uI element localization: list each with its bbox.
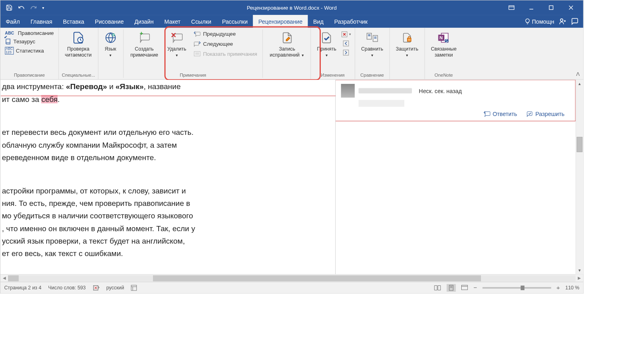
share-icon[interactable] bbox=[559, 18, 567, 25]
tell-me-button[interactable]: Помощн bbox=[524, 18, 554, 24]
doc-line: усский язык проверки, а текст будет на а… bbox=[2, 236, 335, 247]
doc-line: ет его весь, как текст с ошибками. bbox=[2, 248, 335, 259]
next-change-icon[interactable] bbox=[341, 49, 352, 56]
track-changes-label: Запись исправлений ▼ bbox=[270, 46, 304, 58]
show-comments-button[interactable]: Показать примечания bbox=[192, 50, 259, 57]
svg-rect-17 bbox=[194, 42, 199, 46]
customize-qa-icon[interactable]: ▾ bbox=[41, 4, 46, 12]
svg-rect-0 bbox=[509, 6, 514, 10]
group-tracking: Запись исправлений ▼ bbox=[264, 28, 311, 79]
doc-line: два инструмента: «Перевод» и «Язык», наз… bbox=[2, 81, 335, 92]
minimize-icon[interactable] bbox=[524, 2, 539, 14]
language-icon bbox=[105, 31, 116, 45]
h-track[interactable] bbox=[8, 275, 153, 281]
reply-button[interactable]: Ответить bbox=[483, 111, 517, 117]
tab-review[interactable]: Рецензирование bbox=[253, 15, 308, 28]
highlighted-word: себя bbox=[41, 95, 58, 104]
group-accessibility: Проверка читаемости Специальные... bbox=[59, 28, 98, 79]
onenote-button[interactable]: N Связанные заметки bbox=[428, 29, 460, 59]
doc-line: ереведенном виде в отдельном документе. bbox=[2, 152, 335, 163]
delete-comment-label: Удалить▼ bbox=[167, 46, 186, 58]
delete-comment-icon bbox=[170, 31, 183, 45]
proofing-status-icon[interactable] bbox=[93, 285, 100, 291]
scroll-down-icon[interactable]: ▼ bbox=[576, 266, 583, 274]
zoom-in-icon[interactable]: + bbox=[556, 284, 560, 291]
tab-design[interactable]: Дизайн bbox=[129, 15, 159, 28]
resolve-button[interactable]: Разрешить bbox=[526, 111, 565, 117]
zoom-out-icon[interactable]: − bbox=[473, 284, 477, 291]
svg-text:+: + bbox=[140, 32, 143, 37]
thesaurus-button[interactable]: Тезаурус bbox=[4, 38, 55, 45]
h-thumb[interactable] bbox=[8, 275, 19, 281]
read-mode-icon[interactable] bbox=[434, 285, 442, 291]
group-protect: Защитить▼ bbox=[390, 28, 425, 79]
maximize-icon[interactable] bbox=[544, 2, 559, 14]
tab-layout[interactable]: Макет bbox=[159, 15, 186, 28]
save-icon[interactable] bbox=[4, 3, 14, 13]
readability-button[interactable]: Проверка читаемости bbox=[62, 29, 95, 59]
tab-home[interactable]: Главная bbox=[25, 15, 58, 28]
group-comments: + Создать примечание Удалить▼ Предыдущее… bbox=[124, 28, 261, 79]
scroll-left-icon[interactable]: ◀ bbox=[0, 275, 8, 282]
compare-button[interactable]: Сравнить▼ bbox=[358, 29, 386, 59]
zoom-level[interactable]: 110 % bbox=[565, 285, 579, 291]
reject-icon[interactable]: ▼ bbox=[341, 31, 352, 38]
zoom-slider[interactable] bbox=[483, 287, 551, 289]
svg-rect-24 bbox=[367, 33, 371, 39]
tab-view[interactable]: Вид bbox=[308, 15, 329, 28]
spelling-label: Правописание bbox=[18, 30, 54, 36]
previous-change-icon[interactable] bbox=[341, 40, 352, 47]
language-status[interactable]: русский bbox=[106, 285, 124, 291]
page-status[interactable]: Страница 2 из 4 bbox=[4, 285, 41, 291]
collapse-ribbon-icon[interactable]: ᐱ bbox=[576, 71, 580, 77]
svg-rect-23 bbox=[343, 50, 348, 55]
h-thumb-2[interactable] bbox=[153, 275, 481, 281]
tab-developer[interactable]: Разработчик bbox=[329, 15, 373, 28]
macro-status-icon[interactable] bbox=[131, 285, 137, 291]
spelling-button[interactable]: ABC✔ Правописание bbox=[4, 29, 55, 37]
next-comment-icon bbox=[194, 41, 201, 47]
scroll-up-icon[interactable]: ▲ bbox=[576, 80, 583, 87]
statistics-button[interactable]: ABC123 Статистика bbox=[4, 46, 55, 55]
statistics-label: Статистика bbox=[16, 48, 44, 54]
previous-comment-button[interactable]: Предыдущее bbox=[192, 30, 259, 38]
accept-button[interactable]: Принять▼ bbox=[314, 29, 339, 59]
document-area[interactable]: два инструмента: «Перевод» и «Язык», наз… bbox=[0, 80, 335, 275]
language-button[interactable]: Язык▼ bbox=[102, 29, 119, 59]
web-layout-icon[interactable] bbox=[461, 285, 468, 291]
protect-button[interactable]: Защитить▼ bbox=[393, 29, 421, 59]
ribbon: ABC✔ Правописание Тезаурус ABC123 Статис… bbox=[0, 28, 583, 79]
menu-right: Помощн bbox=[524, 15, 583, 28]
app-window: ▾ Рецензирование в Word.docx - Word Файл… bbox=[0, 0, 584, 294]
delete-comment-button[interactable]: Удалить▼ bbox=[164, 29, 189, 59]
accept-icon bbox=[320, 31, 332, 45]
comments-toggle-icon[interactable] bbox=[571, 18, 579, 25]
scroll-thumb[interactable] bbox=[577, 137, 582, 152]
tab-file[interactable]: Файл bbox=[0, 15, 25, 28]
comment-card[interactable]: Неск. сек. назад Ответить Разрешить bbox=[336, 80, 576, 122]
group-protect-label bbox=[393, 72, 421, 79]
tab-references[interactable]: Ссылки bbox=[186, 15, 217, 28]
tab-draw[interactable]: Рисование bbox=[90, 15, 129, 28]
horizontal-scrollbar[interactable]: ◀ ▶ bbox=[0, 274, 583, 282]
zoom-thumb[interactable] bbox=[521, 285, 525, 290]
word-count-status[interactable]: Число слов: 593 bbox=[48, 285, 86, 291]
svg-rect-16 bbox=[196, 32, 200, 36]
next-comment-button[interactable]: Следующее bbox=[192, 40, 259, 48]
tab-mailings[interactable]: Рассылки bbox=[217, 15, 253, 28]
undo-icon[interactable] bbox=[16, 3, 26, 13]
new-comment-button[interactable]: + Создать примечание bbox=[127, 29, 161, 59]
print-layout-icon[interactable] bbox=[447, 284, 456, 291]
h-track-2[interactable] bbox=[153, 275, 576, 281]
tab-insert[interactable]: Вставка bbox=[57, 15, 90, 28]
doc-line: ет перевести весь документ или отдельную… bbox=[2, 127, 335, 138]
svg-rect-36 bbox=[527, 112, 532, 116]
scroll-right-icon[interactable]: ▶ bbox=[576, 275, 583, 282]
new-comment-label: Создать примечание bbox=[130, 46, 158, 58]
reply-label: Ответить bbox=[493, 111, 517, 117]
track-changes-button[interactable]: Запись исправлений ▼ bbox=[267, 29, 308, 59]
close-icon[interactable] bbox=[563, 2, 579, 14]
redo-icon[interactable] bbox=[29, 3, 39, 13]
vertical-scrollbar[interactable]: ▲ ▼ bbox=[576, 80, 583, 275]
ribbon-display-icon[interactable] bbox=[504, 2, 519, 14]
